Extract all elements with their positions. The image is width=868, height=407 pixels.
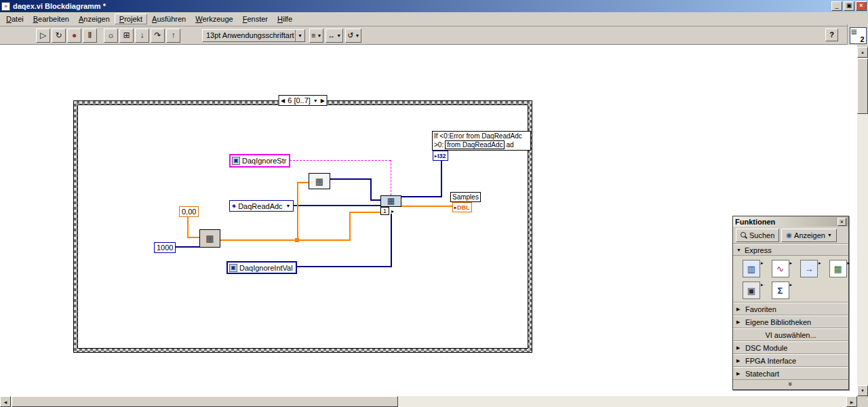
case-selector[interactable]: ◀ 6 [0..7] ▼ ▶ — [278, 95, 328, 106]
retain-wire-values-button[interactable]: ⊞ — [119, 28, 134, 43]
step-over-button[interactable]: ↷ — [151, 28, 165, 43]
menu-datei[interactable]: Datei — [1, 14, 28, 24]
express-arithmetic[interactable]: Σ ▸ — [772, 282, 793, 299]
reorder-objects-dropdown[interactable]: ↺ ▼ — [345, 28, 361, 43]
font-dropdown-icon[interactable]: ▼ — [295, 30, 304, 41]
dbl-wire-segment[interactable] — [187, 217, 189, 238]
scroll-left-button[interactable]: ◀ — [0, 396, 11, 407]
palette-row-statechart[interactable]: ▶ Statechart — [733, 367, 848, 380]
dbl-output-wire-segment[interactable] — [401, 206, 452, 207]
case-previous-icon[interactable]: ◀ — [281, 98, 285, 104]
step-out-button[interactable]: ↑ — [166, 28, 180, 43]
i32-output-wire-segment[interactable] — [401, 196, 442, 197]
express-exec-control[interactable]: ▣ ▸ — [743, 282, 764, 299]
palette-row-dsc-module[interactable]: ▶ DSC Module — [733, 341, 848, 354]
i32-wire-segment[interactable] — [172, 246, 200, 248]
express-output[interactable]: → ▸ — [800, 260, 821, 277]
palette-row-vi-auswaehlen[interactable]: VI auswählen... — [733, 328, 848, 341]
string-wire-segment[interactable] — [290, 160, 391, 161]
horizontal-scrollbar[interactable]: ◀ ▶ — [0, 396, 857, 407]
palette-view-button[interactable]: ◉ Anzeigen ▼ — [781, 229, 837, 242]
scroll-up-button[interactable]: ▲ — [857, 47, 868, 58]
dbl-wire-segment[interactable] — [220, 239, 351, 241]
step-into-button[interactable]: ↓ — [135, 28, 149, 43]
dbl-wire-segment[interactable] — [349, 212, 380, 213]
dbl-wire-segment[interactable] — [297, 182, 309, 183]
string-wire-segment[interactable] — [391, 160, 391, 195]
palette-row-eigene-bibliotheken[interactable]: ▶ Eigene Bibliotheken — [733, 315, 848, 328]
functions-palette: Funktionen × Suchen ◉ Anzeigen ▼ ▼ Expre… — [732, 216, 849, 390]
horizontal-scroll-thumb[interactable] — [12, 396, 398, 407]
samples-label-text: Samples — [452, 193, 479, 201]
menu-werkzeuge[interactable]: Werkzeuge — [191, 14, 237, 24]
abort-button[interactable]: ● — [67, 28, 81, 43]
dbl-wire-segment[interactable] — [187, 237, 200, 238]
express-signal-analysis[interactable]: ∿ ▸ — [772, 260, 793, 277]
vi-icon[interactable]: ▦ 2 — [850, 27, 867, 44]
palette-row-fpga-interface[interactable]: ▶ FPGA Interface — [733, 354, 848, 367]
case-next-icon[interactable]: ▶ — [321, 98, 325, 104]
i32-output-wire-segment[interactable] — [441, 160, 442, 197]
ring-wire-segment[interactable] — [288, 205, 380, 206]
menu-anzeigen[interactable]: Anzeigen — [74, 14, 115, 24]
vertical-scroll-thumb[interactable] — [857, 58, 868, 114]
i32-wire-segment[interactable] — [391, 214, 392, 267]
ring-constant-daq-read-adc[interactable]: ◈ DaqReadAdc ▼ — [229, 200, 294, 212]
global-variable-daq-ignore-int-val[interactable]: ▣ DaqIgnoreIntVal — [226, 261, 297, 274]
diagram-canvas[interactable]: ◀ 6 [0..7] ▼ ▶ ▣ DaqIgnoreS — [0, 45, 857, 396]
palette-row-favoriten[interactable]: ▶ Favoriten — [733, 303, 848, 315]
express-input[interactable]: ▥ ▸ — [743, 260, 764, 277]
minimize-button[interactable]: _ — [831, 1, 842, 11]
palette-expand-button[interactable]: » — [733, 380, 848, 389]
error-free-label[interactable]: If <0:Error from DaqReadAdc >0: from Daq… — [432, 131, 531, 151]
search-icon — [741, 232, 747, 239]
chevron-down-icon: ▼ — [827, 233, 832, 237]
palette-search-button[interactable]: Suchen — [736, 229, 779, 242]
menu-projekt[interactable]: Projekt — [115, 14, 147, 24]
array-wire-segment[interactable] — [330, 178, 372, 180]
dbl-terminal[interactable]: ▸ DBL — [452, 202, 472, 212]
array-wire-segment[interactable] — [370, 178, 372, 201]
subpalette-arrow-icon: ▸ — [761, 260, 764, 266]
samples-label[interactable]: Samples — [450, 192, 481, 202]
scroll-down-button[interactable]: ▼ — [857, 385, 868, 396]
restore-button[interactable]: ▣ — [844, 1, 854, 11]
palette-section-express[interactable]: ▼ Express — [733, 244, 848, 256]
dbl-wire-segment[interactable] — [297, 182, 298, 241]
interval-config-node[interactable]: ▦ — [199, 229, 220, 248]
numeric-constant-zero[interactable]: 0,00 — [179, 206, 199, 217]
menu-bearbeiten[interactable]: Bearbeiten — [28, 14, 74, 24]
pause-button[interactable]: Ⅱ — [83, 28, 97, 43]
daq-read-node[interactable]: ▦ 1 ▸ — [380, 195, 402, 215]
highlight-execution-button[interactable]: ☼ — [104, 28, 118, 43]
align-objects-dropdown[interactable]: ≡ ▼ — [309, 28, 323, 43]
scroll-right-button[interactable]: ▶ — [846, 396, 857, 407]
palette-close-button[interactable]: × — [837, 218, 846, 226]
numeric-constant-thousand[interactable]: 1000 — [154, 242, 176, 253]
close-button[interactable]: × — [856, 1, 867, 11]
menu-hilfe[interactable]: Hilfe — [273, 14, 297, 24]
distribute-objects-dropdown[interactable]: ↔ ▼ — [326, 28, 343, 43]
read-count-box[interactable]: 1 — [380, 207, 389, 215]
vertical-scrollbar[interactable]: ▲ ▼ — [857, 47, 868, 396]
array-wire-segment[interactable] — [370, 199, 380, 201]
run-button[interactable]: ▷ — [36, 28, 50, 43]
palette-titlebar[interactable]: Funktionen × — [733, 216, 848, 227]
font-selector[interactable]: 13pt Anwendungsschriftart ▼ — [202, 29, 305, 42]
menu-ausfuehren[interactable]: Ausführen — [147, 14, 191, 24]
wire-junction[interactable] — [295, 238, 299, 242]
palette-row-label: DSC Module — [745, 344, 787, 352]
case-dropdown-icon[interactable]: ▼ — [313, 98, 318, 103]
i32-wire-segment[interactable] — [294, 266, 392, 267]
global-variable-daq-ignore-str[interactable]: ▣ DaqIgnoreStr — [229, 154, 290, 168]
help-button[interactable]: ? — [825, 28, 838, 41]
express-build-table[interactable]: ▦ ▸ — [829, 260, 850, 277]
chevron-down-icon[interactable]: ▼ — [286, 204, 291, 208]
build-array-node[interactable]: ▦ — [309, 173, 330, 189]
reorder-objects-icon: ↺ — [347, 31, 353, 40]
dbl-wire-segment[interactable] — [349, 212, 351, 241]
menu-fenster[interactable]: Fenster — [238, 14, 273, 24]
case-selector-label[interactable]: 6 [0..7] — [288, 96, 311, 104]
run-continuous-button[interactable]: ↻ — [52, 28, 66, 43]
i32-terminal[interactable]: ▸ I32 — [433, 151, 448, 161]
